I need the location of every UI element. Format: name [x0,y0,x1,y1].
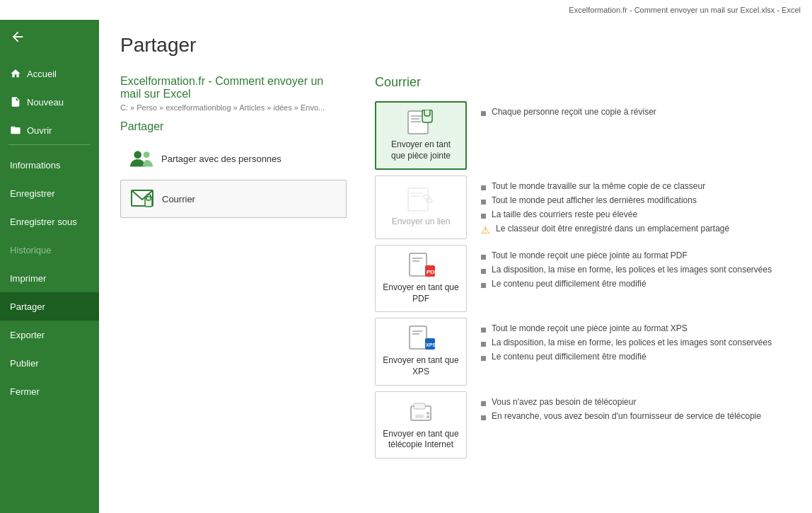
svg-rect-8 [411,121,421,122]
xps-icon: XPS [405,325,436,351]
title-bar-text: Excelformation.fr - Comment envoyer un m… [569,6,801,14]
email-options-list: Envoyer en tant que pièce jointe Chaque … [375,101,791,459]
content-area: Excelformation.fr - Comment envoyer un m… [99,75,812,513]
xps-desc: Tout le monde reçoit une pièce jointe au… [481,318,791,363]
mail-svg [131,190,153,208]
sidebar-item-accueil[interactable]: Accueil [0,59,99,88]
email-option-piece-jointe[interactable]: Envoyer en tant que pièce jointe [375,101,467,170]
lien-desc-0: Tout le monde travaille sur la même copi… [492,181,705,191]
pdf-desc: Tout le monde reçoit une pièce jointe au… [481,245,791,290]
sidebar-item-historique[interactable]: Historique [0,236,99,264]
telecopie-icon [405,399,436,425]
email-option-xps[interactable]: XPS Envoyer en tant que XPS [375,318,467,385]
svg-rect-23 [412,330,422,332]
people-icon [130,147,153,170]
email-option-lien[interactable]: Envoyer un lien [375,175,467,239]
left-panel: Excelformation.fr - Comment envoyer un m… [120,75,347,499]
lien-icon [405,187,436,212]
email-option-telecopie[interactable]: Envoyer en tant que télécopie Internet [375,391,467,459]
bullet-square-icon [481,108,486,118]
svg-rect-6 [411,115,422,117]
sidebar-item-exporter-label: Exporter [10,330,45,340]
bullet-0 [481,183,486,192]
doc-path: C: » Perso » excelformationblog » Articl… [120,103,347,112]
people-svg [130,148,153,169]
main-content: Partager Excelformation.fr - Comment env… [99,20,812,513]
sidebar-item-partager-label: Partager [10,301,45,312]
sidebar-item-publier[interactable]: Publier [0,349,99,377]
open-icon [10,125,21,136]
email-option-row-2: PDF Envoyer en tant que PDF Tout le mond… [375,245,791,312]
sidebar-item-partager[interactable]: Partager [0,292,99,321]
bullet-t0 [481,398,486,408]
sidebar-item-exporter[interactable]: Exporter [0,321,99,349]
email-option-pdf[interactable]: PDF Envoyer en tant que PDF [375,245,467,312]
sidebar-item-enregistrer-sous[interactable]: Enregistrer sous [0,207,99,236]
page-title: Partager [120,34,791,57]
svg-rect-7 [411,118,419,120]
lien-desc-2: La taille des courriers reste peu élevée [492,209,637,219]
mail-option-label: Courrier [162,194,195,204]
svg-point-0 [134,151,141,158]
sidebar-item-enregistrer[interactable]: Enregistrer [0,179,99,207]
piece-jointe-icon [405,110,436,135]
lien-desc-1: Tout le monde peut afficher les dernière… [492,195,697,205]
warning-icon: ⚠ [481,225,490,235]
email-option-row-0: Envoyer en tant que pièce jointe Chaque … [375,101,791,170]
svg-rect-11 [408,188,428,211]
xps-label: Envoyer en tant que XPS [383,355,459,377]
svg-rect-17 [410,253,427,276]
mail-option[interactable]: Courrier [120,180,347,218]
svg-rect-13 [411,195,419,197]
page-header: Partager [99,20,812,75]
bullet-t1 [481,413,486,422]
pdf-desc-0: Tout le monde reçoit une pièce jointe au… [492,250,688,260]
lien-desc: Tout le monde travaille sur la même copi… [481,175,791,235]
pdf-icon: PDF [405,253,436,278]
telecopie-desc-0: Vous n'avez pas besoin de télécopieur [492,397,636,407]
lien-label: Envoyer un lien [392,217,451,228]
back-icon [10,29,25,45]
share-section-title: Partager [120,120,347,133]
sidebar-item-fermer-label: Fermer [10,386,40,397]
bullet-x0 [481,325,486,335]
sidebar-item-enregistrer-label: Enregistrer [10,188,55,199]
sidebar-item-nouveau-label: Nouveau [27,97,64,108]
svg-rect-28 [414,403,425,409]
back-button[interactable] [0,20,99,54]
svg-point-30 [427,412,429,415]
pdf-desc-1: La disposition, la mise en forme, les po… [492,265,772,275]
svg-point-31 [427,415,429,418]
svg-rect-12 [411,192,422,194]
courrier-title: Courrier [375,75,791,90]
sidebar-item-accueil-label: Accueil [27,69,57,79]
pdf-desc-2: Le contenu peut difficilement être modif… [492,279,646,289]
sidebar-item-imprimer-label: Imprimer [10,273,46,284]
sidebar-item-fermer[interactable]: Fermer [0,377,99,405]
svg-rect-24 [412,333,419,335]
bullet-p1 [481,266,486,276]
bullet-p2 [481,280,486,290]
piece-jointe-desc: Chaque personne reçoit une copie à révis… [481,101,791,118]
piece-jointe-desc-0: Chaque personne reçoit une copie à révis… [492,107,656,117]
xps-desc-2: Le contenu peut difficilement être modif… [492,352,646,362]
telecopie-desc: Vous n'avez pas besoin de télécopieur En… [481,391,791,422]
sidebar: Accueil Nouveau Ouvrir Informations Enre… [0,20,99,513]
sidebar-item-publier-label: Publier [10,358,38,369]
share-with-people-option[interactable]: Partager avec des personnes [120,140,347,177]
bullet-p0 [481,252,486,262]
pdf-label: Envoyer en tant que PDF [383,282,459,304]
sidebar-item-ouvrir[interactable]: Ouvrir [0,116,99,144]
sidebar-item-nouveau[interactable]: Nouveau [0,88,99,116]
sidebar-item-informations[interactable]: Informations [0,151,99,179]
new-icon [10,96,21,108]
sidebar-item-informations-label: Informations [10,160,61,171]
xps-desc-0: Tout le monde reçoit une pièce jointe au… [492,323,688,333]
piece-jointe-label: Envoyer en tant que pièce jointe [383,139,458,161]
sidebar-item-imprimer[interactable]: Imprimer [0,264,99,292]
mail-icon [131,188,153,210]
bullet-x2 [481,353,486,363]
home-icon [10,68,21,79]
doc-title: Excelformation.fr - Comment envoyer un m… [120,75,347,100]
email-option-row-4: Envoyer en tant que télécopie Internet V… [375,391,791,459]
